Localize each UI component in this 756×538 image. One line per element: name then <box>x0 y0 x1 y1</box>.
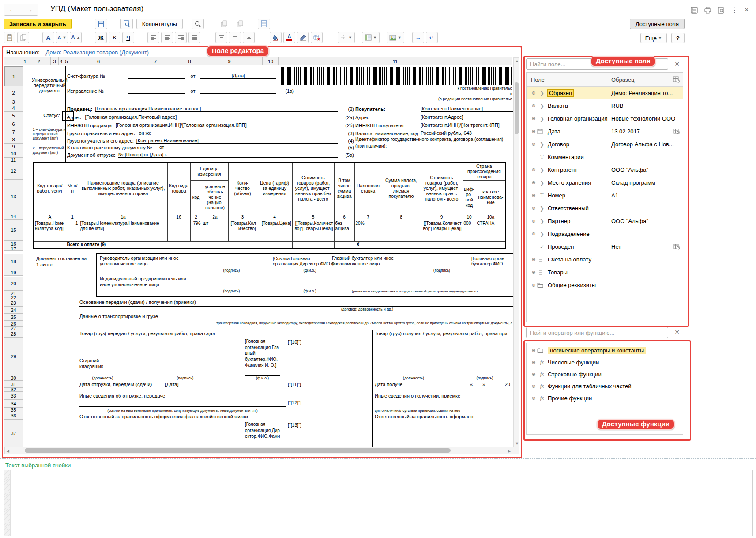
function-group-name[interactable]: Строковые функции <box>548 371 602 378</box>
font-size-down-button[interactable]: А▼ <box>56 32 68 43</box>
ref12[interactable]: ["[12]"] <box>288 400 301 405</box>
save-and-close-button[interactable]: Записать и закрыть <box>4 19 72 29</box>
goods-data-cell[interactable]: [Товары.Номенклатура.Код] <box>34 220 66 242</box>
cargo-label[interactable]: Данные о транспортировке и грузе <box>79 314 215 319</box>
assignment-link[interactable]: Демо: Реализация товаров (Документ) <box>45 49 149 56</box>
goods-data-cell[interactable]: -- <box>382 220 421 242</box>
expand-icon[interactable]: ⊕ <box>530 231 537 237</box>
field-name[interactable]: Подразделение <box>548 231 590 237</box>
expand-icon[interactable]: ⊕ <box>530 371 537 377</box>
template-editor-sheet[interactable]: 1234567891011 12345678910111213141516171… <box>4 57 519 454</box>
column-header-1[interactable]: 1 <box>23 57 27 65</box>
field-row-Дата[interactable]: ⊕Дата13.02.2017 <box>527 125 683 138</box>
seller-row[interactable]: Грузоотправитель и его адрес:он же(3) <box>67 128 354 136</box>
picture-dropdown[interactable]: ▼ <box>387 32 404 43</box>
goods-header[interactable]: условное обозна- чение (нацио- нальное) <box>202 180 228 214</box>
recv-date-line[interactable]: « » 20 <box>466 382 512 388</box>
goods-header[interactable]: № п/п <box>66 163 79 214</box>
row-header-31[interactable]: 31 <box>4 381 23 388</box>
buyer-row[interactable]: Валюта: наименование, кодРоссийский рубл… <box>355 128 513 136</box>
invoice-number-row[interactable]: Счет-фактура № --- от [Дата] (1) <box>67 71 308 79</box>
field-name[interactable]: Товары <box>548 269 568 276</box>
function-group-name[interactable]: Прочие функции <box>548 395 592 402</box>
function-row-Числовые функции[interactable]: ⊕fxЧисловые функции <box>527 356 683 368</box>
row-header-24[interactable]: 24 <box>4 307 23 314</box>
goods-data-cell[interactable]: 20% <box>354 220 382 242</box>
goods-total-cell[interactable] <box>463 242 506 248</box>
field-row-Головная организация[interactable]: ⊕❯Головная организацияНовые технологии О… <box>527 112 683 125</box>
transfer-right-title[interactable]: Товар (груз) получил / услуги, результат… <box>375 331 513 336</box>
column-header-4[interactable]: 4 <box>59 57 64 65</box>
goods-colnum-cell[interactable]: 10 <box>463 214 476 220</box>
seller-row[interactable]: Адрес:[Головная организация.Почтовый адр… <box>67 112 354 120</box>
selected-cell-text-area[interactable] <box>4 470 753 536</box>
valign-center-icon[interactable] <box>229 32 241 43</box>
row-header-11[interactable]: 11 <box>4 158 23 162</box>
expand-icon[interactable]: ⊕ <box>530 193 537 198</box>
field-row-Ответственный[interactable]: ⊕❯Ответственный <box>527 202 683 215</box>
goods-colnum-cell[interactable]: 1 <box>66 214 79 220</box>
table-settings-icon[interactable] <box>673 76 680 83</box>
position-value[interactable]: Старший кладовщик <box>79 358 118 369</box>
function-row-Функции для табличных частей[interactable]: ⊕fxФункции для табличных частей <box>527 380 683 392</box>
goods-data-cell[interactable]: [Товары.Количество] <box>228 220 257 242</box>
save-button[interactable] <box>95 19 107 29</box>
goods-colnum-cell[interactable]: 1а <box>79 214 167 220</box>
goods-data-cell[interactable]: [[Товары.Количество]*[Товары.Цена]] <box>421 220 463 242</box>
row-header-27[interactable]: 27 <box>4 327 23 330</box>
seller-row[interactable]: Грузополучатель и его адрес:[Контрагент.… <box>67 136 354 144</box>
align-right-icon[interactable] <box>175 32 187 43</box>
row-header-30[interactable]: 30 <box>4 375 23 381</box>
italic-button[interactable]: К <box>109 32 120 43</box>
row-header-15[interactable]: 15 <box>4 220 23 241</box>
field-name[interactable]: Образец <box>548 90 573 96</box>
goods-colnum-cell[interactable]: 4 <box>257 214 292 220</box>
row-header-14[interactable]: 14 <box>4 213 23 220</box>
headers-footers-button[interactable]: Колонтитулы <box>136 19 183 29</box>
row-header-32[interactable]: 32 <box>4 388 23 392</box>
expand-icon[interactable]: ⊕ <box>530 218 537 224</box>
function-row-Прочие функции[interactable]: ⊕fxПрочие функции <box>527 392 683 404</box>
row-header-9[interactable]: 9 <box>4 144 23 150</box>
align-center-icon[interactable] <box>161 32 173 43</box>
row-header-5[interactable]: 5 <box>4 112 23 120</box>
row-header-20[interactable]: 20 <box>4 277 23 291</box>
goods-header[interactable]: Коли- чество (объем) <box>228 163 257 214</box>
row-header-19[interactable]: 19 <box>4 269 23 276</box>
column-header-7[interactable]: 7 <box>128 57 183 65</box>
field-row-Комментарий[interactable]: ТКомментарий <box>527 151 683 163</box>
function-row-Строковые функции[interactable]: ⊕fxСтроковые функции <box>527 368 683 380</box>
bold-button[interactable]: Ж <box>95 32 107 43</box>
row-header-28[interactable]: 28 <box>4 330 23 338</box>
goods-total-cell[interactable]: -- <box>421 242 463 248</box>
goods-colnum-cell[interactable]: 2 <box>190 214 202 220</box>
ref10[interactable]: ["[10]"] <box>288 339 301 345</box>
column-header-5[interactable]: 5 <box>64 57 69 65</box>
row-header-4[interactable]: 4 <box>4 105 23 112</box>
seller-row[interactable]: Продавец:[Головная организация.Наименова… <box>67 105 354 112</box>
row-header-33[interactable]: 33 <box>4 392 23 400</box>
row-header-26[interactable]: 26 <box>4 321 23 327</box>
resp-recv-label[interactable]: Ответственный за правильность оформлен <box>375 414 513 419</box>
goods-data-cell[interactable]: [Товары.Номенклатура.Наименование для пе… <box>79 220 167 242</box>
ip-label[interactable]: Индивидуальный предприниматель или иное … <box>100 276 195 288</box>
align-justify-icon[interactable] <box>188 32 200 43</box>
seller-row[interactable]: К платежно-расчетному документу №-- от -… <box>67 144 354 150</box>
field-row-Договор[interactable]: ⊕❯ДоговорДоговор Альфа с Нов... <box>527 138 683 151</box>
head-label[interactable]: Руководитель организации или иное уполно… <box>100 255 188 267</box>
field-name[interactable]: Место хранения <box>548 179 591 186</box>
goods-header[interactable]: циф- ро- вой код <box>463 180 476 214</box>
valign-bottom-icon[interactable] <box>243 32 255 43</box>
field-row-Контрагент[interactable]: ⊕❯КонтрагентООО "Альфа" <box>527 163 683 176</box>
column-header-9[interactable]: 9 <box>196 57 263 65</box>
field-row-Проведен[interactable]: ✓ПроведенНет <box>527 240 683 253</box>
field-name[interactable]: Комментарий <box>548 154 584 160</box>
field-name[interactable]: Номер <box>548 192 565 199</box>
row-header-6[interactable]: 6 <box>4 120 23 128</box>
wrap-text-icon[interactable]: ↵ <box>426 32 438 43</box>
goods-colnum-cell[interactable]: 5 <box>292 214 334 220</box>
goods-colnum-cell[interactable]: 3 <box>228 214 257 220</box>
ref13[interactable]: ["[13]"] <box>288 422 301 428</box>
goods-header[interactable]: В том числе сумма акциза <box>334 163 354 214</box>
field-settings-icon[interactable] <box>673 243 680 250</box>
